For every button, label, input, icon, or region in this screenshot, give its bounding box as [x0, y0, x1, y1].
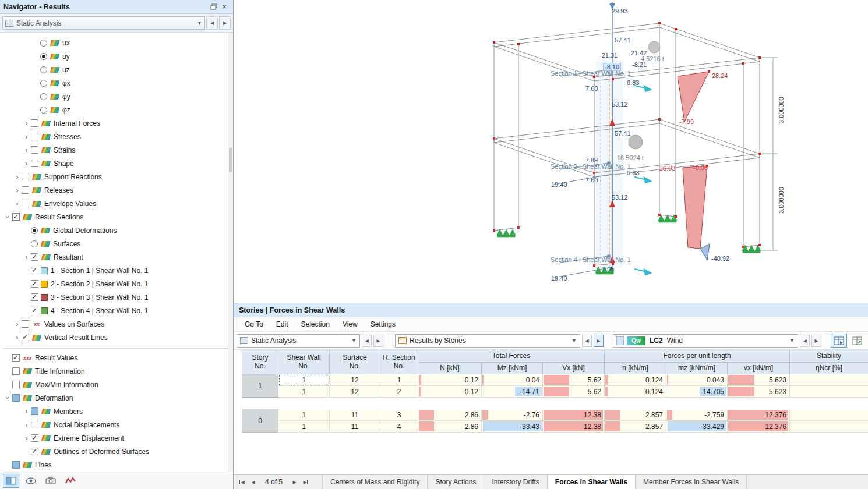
value-cell[interactable]: 5.623 — [728, 374, 790, 386]
checkbox[interactable] — [31, 119, 38, 127]
tree-item-support-reactions[interactable]: ›Support Reactions — [0, 170, 233, 183]
tree-item-uz[interactable]: uz — [0, 63, 233, 76]
radio-button[interactable] — [40, 53, 47, 60]
tree-item-1-section-1-shear-wall-no-1[interactable]: 1 - Section 1 | Shear Wall No. 1 — [0, 264, 233, 277]
navigator-panels-icon[interactable] — [3, 474, 19, 488]
value-cell[interactable]: -33.43 — [482, 421, 543, 433]
shear-wall-cell[interactable]: 1 — [278, 386, 330, 398]
navigator-next-button[interactable]: ▶ — [219, 16, 231, 30]
navigator-scrollbar[interactable] — [228, 33, 233, 472]
tree-item-outlines-of-deformed-surfaces[interactable]: Outlines of Deformed Surfaces — [0, 445, 233, 458]
header-mz-unit[interactable]: mz [kNm/m] — [666, 362, 728, 374]
scrollbar-thumb[interactable] — [229, 148, 232, 172]
checkbox[interactable] — [12, 367, 20, 375]
value-cell[interactable]: 0.124 — [605, 386, 666, 398]
value-cell[interactable]: 2.86 — [418, 409, 482, 421]
checkbox[interactable] — [12, 213, 20, 221]
next-table-button[interactable]: ▶ — [290, 476, 299, 488]
export-table-button[interactable] — [849, 334, 865, 348]
value-cell[interactable]: 2.857 — [605, 409, 666, 421]
checkbox[interactable] — [12, 354, 20, 362]
show-results-table-button[interactable] — [831, 334, 847, 348]
tree-item-resultant[interactable]: ›Resultant — [0, 250, 233, 264]
header-total-forces[interactable]: Total Forces — [418, 350, 605, 363]
shear-wall-cell[interactable]: 1 — [278, 409, 330, 421]
shear-wall-cell[interactable]: 1 — [278, 421, 330, 433]
value-cell[interactable]: 5.623 — [728, 386, 790, 398]
surface-cell[interactable]: 12 — [330, 374, 380, 386]
expander-icon[interactable]: › — [3, 213, 12, 221]
value-cell[interactable]: 2.86 — [418, 421, 482, 433]
value-cell[interactable]: 5.62 — [543, 374, 605, 386]
checkbox[interactable] — [31, 408, 38, 415]
checkbox[interactable] — [31, 434, 38, 442]
tree-item-values-on-surfaces[interactable]: ›xxValues on Surfaces — [0, 317, 233, 331]
prev-table-button[interactable]: ◀ — [248, 476, 258, 488]
menu-settings[interactable]: Settings — [364, 317, 402, 331]
expander-icon[interactable]: › — [22, 421, 31, 428]
navigator-titlebar[interactable]: Navigator - Results × — [0, 0, 233, 14]
expander-icon[interactable]: › — [22, 160, 31, 167]
value-cell[interactable]: -2.76 — [482, 409, 543, 421]
analysis-combo[interactable]: Static Analysis ▼ — [237, 334, 360, 348]
menu-view[interactable]: View — [336, 317, 364, 331]
header-per-unit[interactable]: Forces per unit length — [605, 350, 790, 363]
value-cell[interactable]: -2.759 — [666, 409, 728, 421]
checkbox[interactable] — [22, 173, 29, 180]
menu-go-to[interactable]: Go To — [238, 317, 270, 331]
tree-item-deformation[interactable]: ›Deformation — [0, 391, 233, 405]
expander-icon[interactable]: › — [13, 186, 22, 194]
close-icon[interactable]: × — [219, 2, 230, 12]
analysis-type-combo[interactable]: Static Analysis ▼ — [2, 16, 205, 30]
tree-item-lines[interactable]: Lines — [0, 458, 233, 472]
header-vx[interactable]: Vx [kN] — [543, 362, 605, 374]
checkbox[interactable] — [22, 200, 29, 207]
tree-item-extreme-displacement[interactable]: ›Extreme Displacement — [0, 431, 233, 445]
radio-button[interactable] — [40, 80, 47, 87]
tree-item-3-section-3-shear-wall-no-1[interactable]: 3 - Section 3 | Shear Wall No. 1 — [0, 290, 233, 304]
tab-centers-of-mass-and-rigidity[interactable]: Centers of Mass and Rigidity — [322, 475, 427, 489]
tree-item-internal-forces[interactable]: ›Internal Forces — [0, 116, 233, 130]
checkbox[interactable] — [31, 160, 38, 167]
tree-item-result-sections[interactable]: ›Result Sections — [0, 210, 233, 224]
value-cell[interactable]: 12.38 — [543, 421, 605, 433]
expander-icon[interactable]: › — [22, 146, 31, 154]
expander-icon[interactable]: › — [13, 320, 22, 328]
expander-icon[interactable]: › — [22, 253, 31, 261]
tree-item-z[interactable]: φz — [0, 103, 233, 116]
checkbox[interactable] — [22, 186, 29, 194]
load-case-combo[interactable]: Qw LC2 Wind ▼ — [613, 334, 798, 348]
results-next-button[interactable]: ▶ — [594, 335, 604, 347]
header-stability[interactable]: Stability — [790, 350, 868, 363]
value-cell[interactable]: 12.376 — [728, 409, 790, 421]
surface-cell[interactable]: 11 — [330, 421, 380, 433]
checkbox[interactable] — [12, 461, 20, 469]
checkbox[interactable] — [31, 448, 38, 455]
analysis-next-button[interactable]: ▶ — [373, 335, 383, 347]
radio-button[interactable] — [40, 66, 47, 73]
header-n[interactable]: N [kN] — [418, 362, 482, 374]
results-panel-titlebar[interactable]: Stories | Forces in Shear Walls — [234, 303, 868, 317]
surface-cell[interactable]: 11 — [330, 409, 380, 421]
r-section-cell[interactable]: 2 — [380, 386, 418, 398]
tree-item-surfaces[interactable]: Surfaces — [0, 237, 233, 250]
tab-member-forces-in-shear-walls[interactable]: Member Forces in Shear Walls — [635, 475, 747, 489]
checkbox[interactable] — [31, 280, 38, 288]
tree-item-4-section-4-shear-wall-no-1[interactable]: 4 - Section 4 | Shear Wall No. 1 — [0, 304, 233, 317]
value-cell[interactable] — [790, 374, 868, 386]
expander-icon[interactable]: › — [22, 119, 31, 127]
checkbox[interactable] — [31, 267, 38, 274]
checkbox[interactable] — [22, 320, 29, 328]
tree-item-stresses[interactable]: ›Stresses — [0, 130, 233, 143]
value-cell[interactable]: -14.705 — [666, 386, 728, 398]
tab-interstory-drifts[interactable]: Interstory Drifts — [484, 475, 546, 489]
load-case-next-button[interactable]: ▶ — [811, 335, 821, 347]
value-cell[interactable]: 5.62 — [543, 386, 605, 398]
value-cell[interactable]: 0.124 — [605, 374, 666, 386]
tree-item-members[interactable]: ›Members — [0, 405, 233, 418]
results-by-combo[interactable]: Results by Stories ▼ — [395, 334, 580, 348]
tree-item-result-values[interactable]: xxxResult Values — [0, 351, 233, 364]
value-cell[interactable] — [790, 421, 868, 433]
value-cell[interactable]: -14.71 — [482, 386, 543, 398]
menu-selection[interactable]: Selection — [295, 317, 336, 331]
